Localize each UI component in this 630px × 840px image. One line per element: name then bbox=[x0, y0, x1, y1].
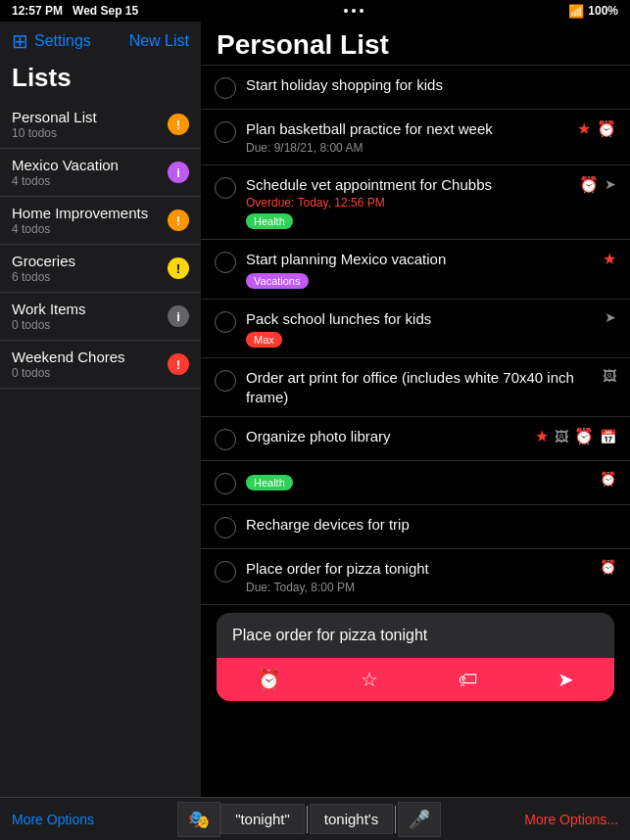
todo-item-8[interactable]: Health ⏰ bbox=[201, 461, 630, 505]
sidebar-item-badge: ! bbox=[168, 210, 189, 231]
sidebar-item-count: 0 todos bbox=[12, 366, 168, 380]
todo-list: Start holiday shopping for kids Plan bas… bbox=[201, 66, 630, 797]
todo-checkbox-7[interactable] bbox=[215, 429, 236, 450]
todo-title-5: Pack school lunches for kids bbox=[246, 309, 595, 329]
sidebar-item-groceries[interactable]: Groceries 6 todos ! bbox=[0, 245, 201, 293]
sidebar-item-home-improvements[interactable]: Home Improvements 4 todos ! bbox=[0, 197, 201, 245]
todo-checkbox-8[interactable] bbox=[215, 473, 236, 494]
star-icon[interactable]: ★ bbox=[535, 427, 549, 445]
todo-actions-5: ➤ bbox=[605, 309, 616, 325]
todo-item-9[interactable]: Recharge devices for trip bbox=[201, 505, 630, 549]
sidebar-item-name: Groceries bbox=[12, 253, 168, 269]
emoji-icon[interactable]: 🎭 bbox=[177, 802, 220, 837]
sidebar-item-count: 10 todos bbox=[12, 126, 168, 140]
todo-checkbox-6[interactable] bbox=[215, 370, 236, 392]
todo-checkbox-5[interactable] bbox=[215, 311, 236, 333]
wifi-icon: 📶 bbox=[568, 4, 584, 19]
sidebar-title: Lists bbox=[0, 57, 201, 101]
calendar-icon[interactable]: 📅 bbox=[600, 429, 616, 444]
status-time: 12:57 PM bbox=[12, 4, 63, 18]
suggestion-quoted[interactable]: "tonight" bbox=[220, 804, 305, 834]
sidebar-item-count: 4 todos bbox=[12, 222, 168, 236]
sidebar-item-count: 6 todos bbox=[12, 270, 168, 284]
todo-title-6: Order art print for office (includes whi… bbox=[246, 368, 593, 406]
new-list-button[interactable]: New List bbox=[129, 32, 189, 50]
bottom-bar: More Options 🎭 "tonight" tonight's 🎤 Mor… bbox=[0, 797, 630, 840]
todo-subtitle-3: Overdue: Today, 12:56 PM bbox=[246, 196, 569, 210]
todo-actions-10: ⏰ bbox=[600, 559, 616, 575]
todo-body-5: Pack school lunches for kids Max bbox=[246, 309, 595, 349]
suggestion-plain[interactable]: tonight's bbox=[310, 804, 393, 834]
clock-icon[interactable]: ⏰ bbox=[579, 175, 599, 194]
todo-checkbox-2[interactable] bbox=[215, 121, 236, 143]
app-container: ⊞ Settings New List Lists Personal List … bbox=[0, 22, 630, 797]
todo-item-10[interactable]: Place order for pizza tonight Due: Today… bbox=[201, 549, 630, 605]
sidebar-item-badge: ! bbox=[168, 114, 189, 135]
clock-icon[interactable]: ⏰ bbox=[597, 119, 616, 138]
dot2 bbox=[352, 9, 356, 13]
todo-tag-health-8: Health bbox=[246, 475, 293, 490]
popup-clock-icon[interactable]: ⏰ bbox=[257, 668, 281, 691]
todo-body-1: Start holiday shopping for kids bbox=[246, 75, 616, 95]
sidebar-item-name: Weekend Chores bbox=[12, 349, 168, 365]
star-icon[interactable]: ★ bbox=[603, 250, 616, 268]
clock-icon[interactable]: ⏰ bbox=[600, 471, 616, 487]
todo-checkbox-1[interactable] bbox=[215, 77, 236, 99]
todo-title-9: Recharge devices for trip bbox=[246, 515, 616, 535]
todo-body-9: Recharge devices for trip bbox=[246, 515, 616, 535]
todo-item-5[interactable]: Pack school lunches for kids Max ➤ bbox=[201, 300, 630, 359]
popup-send-icon[interactable]: ➤ bbox=[557, 668, 574, 691]
popup-star-icon[interactable]: ☆ bbox=[361, 668, 378, 691]
keyboard-separator-2 bbox=[395, 806, 396, 833]
todo-body-4: Start planning Mexico vacation Vacations bbox=[246, 250, 593, 289]
todo-actions-6: 🖼 bbox=[603, 368, 616, 384]
clock-icon[interactable]: ⏰ bbox=[574, 427, 594, 445]
todo-title-3: Schedule vet appointment for Chubbs bbox=[246, 175, 569, 195]
sidebar-item-name: Mexico Vacation bbox=[12, 157, 168, 173]
sidebar-item-name: Home Improvements bbox=[12, 205, 168, 221]
sidebar-item-work-items[interactable]: Work Items 0 todos i bbox=[0, 293, 201, 341]
sidebar-header: ⊞ Settings New List bbox=[0, 22, 201, 57]
status-date: Wed Sep 15 bbox=[73, 4, 138, 18]
todo-item-7[interactable]: Organize photo library ★ 🖼 ⏰ 📅 bbox=[201, 417, 630, 461]
todo-item-2[interactable]: Plan basketball practice for next week D… bbox=[201, 110, 630, 165]
todo-title-1: Start holiday shopping for kids bbox=[246, 75, 616, 95]
todo-actions-4: ★ bbox=[603, 250, 616, 268]
todo-checkbox-10[interactable] bbox=[215, 561, 236, 583]
todo-item-6[interactable]: Order art print for office (includes whi… bbox=[201, 358, 630, 417]
todo-item-3[interactable]: Schedule vet appointment for Chubbs Over… bbox=[201, 165, 630, 241]
todo-body-8: Health bbox=[246, 471, 590, 490]
popup-tag-icon[interactable]: 🏷 bbox=[459, 669, 478, 691]
sidebar-item-personal-list[interactable]: Personal List 10 todos ! bbox=[0, 101, 201, 149]
todo-checkbox-3[interactable] bbox=[215, 177, 236, 199]
send-icon[interactable]: ➤ bbox=[605, 309, 616, 325]
more-options-left-button[interactable]: More Options bbox=[12, 812, 94, 827]
mic-icon[interactable]: 🎤 bbox=[398, 802, 441, 837]
todo-checkbox-4[interactable] bbox=[215, 252, 236, 273]
dot1 bbox=[344, 9, 348, 13]
sidebar-item-mexico-vacation[interactable]: Mexico Vacation 4 todos i bbox=[0, 149, 201, 197]
todo-title-7: Organize photo library bbox=[246, 427, 525, 446]
sidebar-item-weekend-chores[interactable]: Weekend Chores 0 todos ! bbox=[0, 341, 201, 389]
popup-actions-bar: ⏰ ☆ 🏷 ➤ bbox=[217, 658, 614, 701]
settings-button[interactable]: Settings bbox=[34, 32, 91, 50]
star-icon[interactable]: ★ bbox=[577, 119, 591, 138]
image-icon[interactable]: 🖼 bbox=[603, 368, 616, 384]
more-options-right-button[interactable]: More Options... bbox=[524, 812, 618, 827]
todo-item-4[interactable]: Start planning Mexico vacation Vacations… bbox=[201, 240, 630, 300]
status-bar: 12:57 PM Wed Sep 15 📶 100% bbox=[0, 0, 630, 22]
todo-title-4: Start planning Mexico vacation bbox=[246, 250, 593, 269]
sidebar-item-badge: i bbox=[168, 162, 189, 183]
todo-body-7: Organize photo library bbox=[246, 427, 525, 446]
sidebar-item-info: Weekend Chores 0 todos bbox=[12, 349, 168, 380]
todo-checkbox-9[interactable] bbox=[215, 517, 236, 538]
sidebar-item-info: Mexico Vacation 4 todos bbox=[12, 157, 168, 188]
todo-body-6: Order art print for office (includes whi… bbox=[246, 368, 593, 406]
send-icon[interactable]: ➤ bbox=[605, 176, 616, 192]
image-icon[interactable]: 🖼 bbox=[555, 429, 568, 444]
clock-icon[interactable]: ⏰ bbox=[600, 559, 616, 575]
sidebar-item-count: 0 todos bbox=[12, 318, 168, 332]
todo-item-1[interactable]: Start holiday shopping for kids bbox=[201, 66, 630, 110]
main-header: Personal List bbox=[201, 22, 630, 66]
sidebar-item-name: Personal List bbox=[12, 109, 168, 125]
